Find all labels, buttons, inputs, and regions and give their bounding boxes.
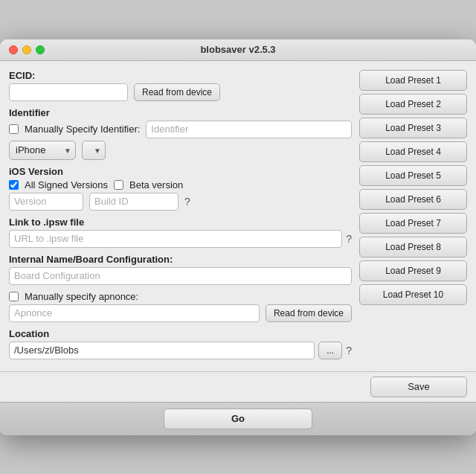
load-preset-7-button[interactable]: Load Preset 7 xyxy=(359,213,467,234)
model-select[interactable] xyxy=(82,141,106,160)
version-input[interactable] xyxy=(9,193,83,211)
apnonce-label[interactable]: Manually specify apnonce: xyxy=(25,291,138,302)
ios-version-group: iOS Version All Signed Versions Beta ver… xyxy=(9,166,352,211)
load-preset-3-button[interactable]: Load Preset 3 xyxy=(359,118,467,138)
load-preset-6-button[interactable]: Load Preset 6 xyxy=(359,189,467,210)
window-title: blobsaver v2.5.3 xyxy=(0,44,476,55)
browse-button[interactable]: ... xyxy=(318,342,342,359)
footer: Save xyxy=(0,371,476,402)
apnonce-checkbox[interactable] xyxy=(9,292,19,301)
go-button[interactable]: Go xyxy=(164,409,312,429)
load-preset-5-button[interactable]: Load Preset 5 xyxy=(359,165,467,186)
read-from-device-button[interactable]: Read from device xyxy=(134,83,220,101)
board-group: Internal Name/Board Configuration: xyxy=(9,254,352,285)
beta-version-checkbox[interactable] xyxy=(114,180,123,190)
ecid-group: ECID: Read from device xyxy=(9,70,352,101)
maximize-button[interactable] xyxy=(36,45,45,54)
all-signed-versions-checkbox[interactable] xyxy=(9,180,19,190)
ipsw-group: Link to .ipsw file ? xyxy=(9,217,352,248)
ecid-input[interactable] xyxy=(9,83,128,101)
read-from-device2-button[interactable]: Read from device xyxy=(266,304,352,322)
load-preset-2-button[interactable]: Load Preset 2 xyxy=(359,94,467,115)
apnonce-input[interactable] xyxy=(9,304,260,322)
identifier-label: Identifier xyxy=(9,107,352,118)
load-preset-10-button[interactable]: Load Preset 10 xyxy=(359,284,467,305)
apnonce-checkbox-row: Manually specify apnonce: xyxy=(9,291,352,302)
main-window: blobsaver v2.5.3 ECID: Read from device … xyxy=(0,39,476,435)
load-preset-4-button[interactable]: Load Preset 4 xyxy=(359,141,467,162)
load-preset-1-button[interactable]: Load Preset 1 xyxy=(359,70,467,91)
version-row: ? xyxy=(9,193,352,211)
minimize-button[interactable] xyxy=(22,45,31,54)
manually-specify-label[interactable]: Manually Specify Identifier: xyxy=(25,124,140,135)
ipsw-label: Link to .ipsw file xyxy=(9,217,352,228)
build-id-input[interactable] xyxy=(89,193,178,211)
apnonce-row: Read from device xyxy=(9,304,352,322)
close-button[interactable] xyxy=(9,45,18,54)
ecid-label: ECID: xyxy=(9,70,352,81)
device-type-wrapper: iPhone iPad iPod Apple TV HomePod ▼ xyxy=(9,141,76,160)
location-label: Location xyxy=(9,328,352,339)
board-label: Internal Name/Board Configuration: xyxy=(9,254,352,265)
presets-section: Load Preset 1 Load Preset 2 Load Preset … xyxy=(359,70,467,359)
device-type-row: iPhone iPad iPod Apple TV HomePod ▼ ▼ xyxy=(9,141,352,160)
device-type-select[interactable]: iPhone iPad iPod Apple TV HomePod xyxy=(9,141,76,160)
ipsw-help-icon[interactable]: ? xyxy=(346,233,352,245)
board-input[interactable] xyxy=(9,267,352,285)
ios-version-label: iOS Version xyxy=(9,166,352,177)
location-help-icon[interactable]: ? xyxy=(346,345,352,356)
location-row: ... ? xyxy=(9,342,352,359)
ipsw-row: ? xyxy=(9,230,352,248)
form-section: ECID: Read from device Identifier Manual… xyxy=(9,70,352,359)
identifier-group: Identifier Manually Specify Identifier: … xyxy=(9,107,352,160)
go-section: Go xyxy=(0,402,476,435)
location-group: Location ... ? xyxy=(9,328,352,359)
all-signed-versions-label[interactable]: All Signed Versions xyxy=(25,179,108,190)
ecid-row: Read from device xyxy=(9,83,352,101)
location-input[interactable] xyxy=(9,342,315,359)
manually-specify-row: Manually Specify Identifier: xyxy=(9,121,352,138)
ipsw-input[interactable] xyxy=(9,230,342,248)
identifier-input[interactable] xyxy=(146,121,352,138)
load-preset-8-button[interactable]: Load Preset 8 xyxy=(359,237,467,257)
save-button[interactable]: Save xyxy=(370,377,467,397)
version-checkboxes-row: All Signed Versions Beta version xyxy=(9,179,352,190)
apnonce-group: Manually specify apnonce: Read from devi… xyxy=(9,291,352,322)
beta-version-label[interactable]: Beta version xyxy=(129,179,183,190)
load-preset-9-button[interactable]: Load Preset 9 xyxy=(359,260,467,281)
version-help-icon[interactable]: ? xyxy=(184,196,190,208)
manually-specify-checkbox[interactable] xyxy=(9,124,19,134)
model-wrapper: ▼ xyxy=(82,141,106,160)
traffic-lights xyxy=(9,45,45,54)
titlebar: blobsaver v2.5.3 xyxy=(0,39,476,61)
main-content: ECID: Read from device Identifier Manual… xyxy=(0,61,476,368)
